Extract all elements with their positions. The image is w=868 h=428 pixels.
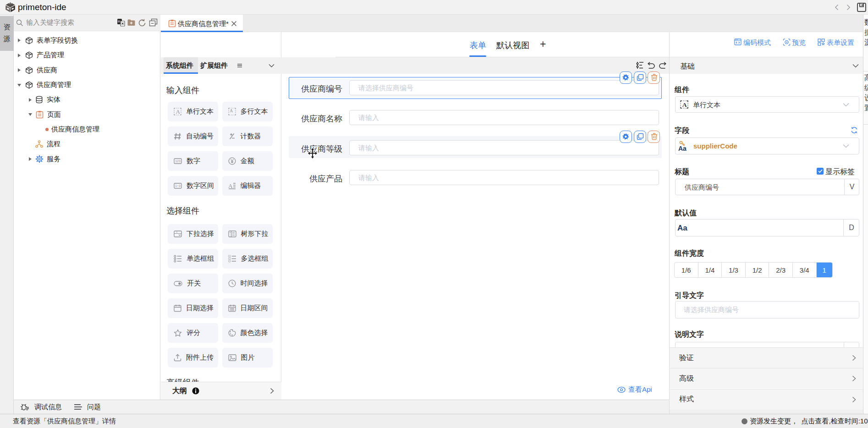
svg-text:in: in — [118, 20, 121, 23]
svg-text:A: A — [682, 101, 687, 108]
svg-text:A: A — [176, 108, 181, 115]
svg-text:A: A — [230, 109, 233, 113]
svg-text:Aa: Aa — [678, 145, 687, 152]
svg-text:A: A — [228, 182, 233, 189]
svg-text:123: 123 — [175, 159, 181, 163]
svg-text:1~3: 1~3 — [175, 184, 181, 187]
